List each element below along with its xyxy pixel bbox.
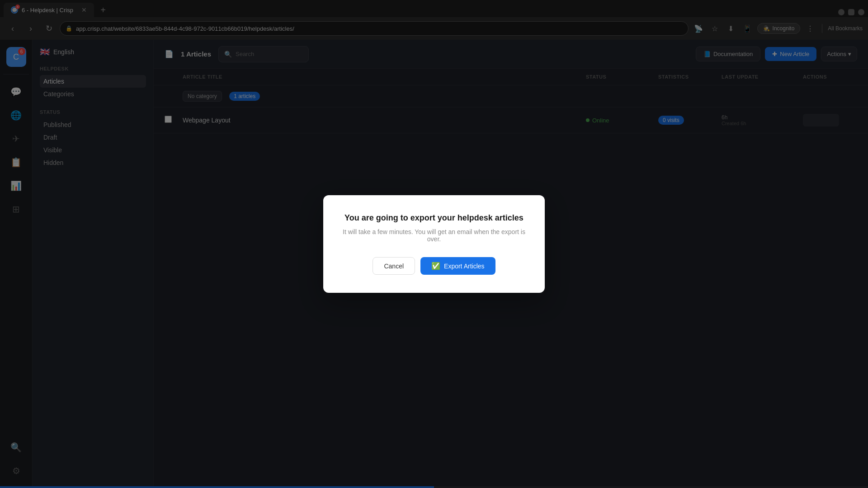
cancel-button[interactable]: Cancel (373, 257, 415, 275)
export-check-icon: ✅ (431, 262, 440, 270)
dialog-subtitle: It will take a few minutes. You will get… (341, 228, 527, 243)
dialog-title: You are going to export your helpdesk ar… (341, 213, 527, 223)
dialog-overlay[interactable]: You are going to export your helpdesk ar… (0, 0, 868, 488)
dialog-buttons: Cancel ✅ Export Articles (341, 257, 527, 275)
export-label: Export Articles (444, 263, 484, 270)
export-articles-button[interactable]: ✅ Export Articles (420, 257, 495, 275)
export-dialog: You are going to export your helpdesk ar… (323, 195, 545, 293)
